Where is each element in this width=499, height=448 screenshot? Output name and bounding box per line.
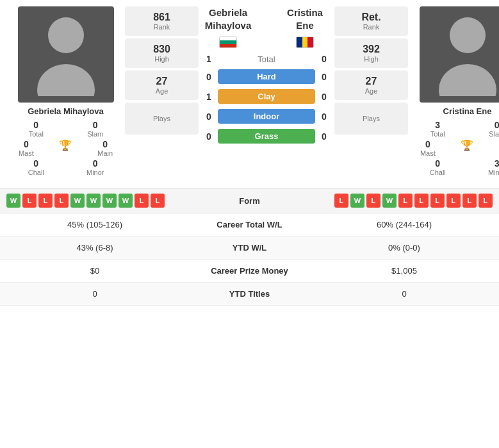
form-badge: W	[6, 194, 20, 208]
player1-stat-row1: 0 Total 0 Slam	[6, 120, 125, 138]
total-label: Total	[215, 54, 318, 64]
form-label: Form	[201, 196, 299, 206]
form-badge: L	[334, 194, 348, 208]
player2-slam: 0 Slam	[481, 120, 499, 138]
form-badge: L	[414, 194, 429, 208]
match-indoor-row: 0 Indoor 0	[202, 107, 331, 126]
player1-slam: 0 Slam	[79, 120, 111, 138]
p2-hard-score: 0	[318, 72, 331, 82]
p1-indoor-score: 0	[202, 112, 215, 122]
form-badge: W	[119, 194, 133, 208]
match-total-row: 1 Total 0	[202, 52, 331, 66]
trophy-icon-left: 🏆	[59, 139, 72, 151]
stats-right: 0	[316, 289, 493, 299]
match-grass-row: 0 Grass 0	[202, 127, 331, 145]
player2-chall: 0 Chall	[421, 158, 454, 176]
player1-info-col: 861 Rank 830 High 27 Age Plays	[125, 6, 199, 135]
svg-point-1	[37, 64, 95, 96]
form-badge: L	[135, 194, 149, 208]
form-badge: L	[151, 194, 165, 208]
player1-high-box: 830 High	[125, 38, 199, 68]
match-center: Gebriela Mihaylova Cristina Ene	[202, 6, 331, 145]
form-badge: W	[70, 194, 85, 208]
form-badge: L	[430, 194, 445, 208]
stats-center-label: YTD W/L	[183, 243, 316, 253]
player2-age-box: 27 Age	[334, 71, 408, 100]
stats-center-label: Career Total W/L	[183, 220, 316, 229]
player2-stat-row1: 3 Total 0 Slam	[408, 120, 499, 138]
player1-header: Gebriela Mihaylova	[202, 6, 254, 31]
stats-right: 60% (244-164)	[316, 220, 493, 229]
player1-chall: 0 Chall	[20, 158, 52, 176]
p2-total-score: 0	[318, 54, 331, 64]
player2-stats: 3 Total 0 Slam 0 Mast 🏆	[408, 120, 499, 176]
svg-point-0	[48, 17, 84, 53]
player1-rank-box: 861 Rank	[125, 6, 199, 36]
player1-plays-box: Plays	[125, 103, 199, 135]
player2-form-badges: LWLWLLLLLL	[298, 194, 493, 208]
form-badge: L	[479, 194, 493, 208]
form-badge: L	[54, 194, 69, 208]
player2-minor: 3 Minor	[481, 158, 499, 176]
form-badge: W	[86, 194, 101, 208]
player1-avatar	[18, 6, 114, 103]
form-badge: W	[350, 194, 364, 208]
indoor-badge: Indoor	[218, 109, 315, 124]
p2-clay-score: 0	[318, 92, 331, 102]
p1-clay-score: 1	[202, 92, 215, 102]
bottom-section: WLLLWWWWLL Form LWLWLLLLLL 45% (105-126)…	[0, 188, 499, 306]
player2-mast: 0 Mast	[412, 139, 444, 157]
player2-stat-row2: 0 Mast 🏆 0 Main	[408, 139, 499, 157]
stats-left: $0	[6, 266, 183, 276]
form-badge: L	[398, 194, 413, 208]
player1-stat-row2: 0 Mast 🏆 0 Main	[6, 139, 125, 157]
player1-minor: 0 Minor	[79, 158, 111, 176]
trophy-icon-right: 🏆	[461, 139, 473, 151]
form-badge: L	[446, 194, 461, 208]
form-badge: W	[382, 194, 397, 208]
stats-left: 0	[6, 289, 183, 299]
stats-container: 45% (105-126)Career Total W/L60% (244-16…	[0, 213, 499, 306]
player2-plays-box: Plays	[334, 103, 408, 135]
player1-trophy: 🏆	[49, 139, 81, 157]
player1-mast: 0 Mast	[10, 139, 42, 157]
clay-badge: Clay	[218, 89, 315, 104]
match-clay-row: 1 Clay 0	[202, 87, 331, 106]
stats-right: 0% (0-0)	[316, 243, 493, 253]
stats-center-label: Career Prize Money	[183, 266, 316, 276]
grass-badge: Grass	[218, 129, 315, 144]
player1-flag	[219, 37, 237, 48]
player2-rank-box: Ret. Rank	[334, 6, 408, 36]
form-badge: L	[462, 194, 477, 208]
player2-main: 0 Main	[491, 139, 499, 157]
player2-trophy: 🏆	[451, 139, 483, 157]
stats-row: $0Career Prize Money$1,005	[0, 260, 499, 283]
player2-info-col: Ret. Rank 392 High 27 Age Plays	[334, 6, 408, 135]
form-badge: L	[38, 194, 53, 208]
player2-card: Cristina Ene 3 Total 0 Slam 0 Mast	[408, 6, 499, 176]
svg-point-2	[450, 17, 486, 53]
player1-main: 0 Main	[89, 139, 121, 157]
player1-form-badges: WLLLWWWWLL	[6, 194, 201, 208]
player2-flag	[296, 37, 314, 48]
player2-high-box: 392 High	[334, 38, 408, 68]
p1-hard-score: 0	[202, 72, 215, 82]
svg-point-3	[439, 64, 496, 96]
top-section: Gebriela Mihaylova 0 Total 0 Slam 0 Mas	[0, 0, 499, 183]
p1-total-score: 1	[202, 54, 215, 64]
player2-stat-row3: 0 Chall 3 Minor	[408, 158, 499, 176]
player1-age-box: 27 Age	[125, 71, 199, 100]
player1-stat-row3: 0 Chall 0 Minor	[6, 158, 125, 176]
middle-panel: 861 Rank 830 High 27 Age Plays Gebri	[125, 6, 408, 176]
player2-header: Cristina Ene	[279, 6, 331, 31]
player2-name: Cristina Ene	[443, 106, 492, 116]
stats-center-label: YTD Titles	[183, 289, 316, 299]
player1-card: Gebriela Mihaylova 0 Total 0 Slam 0 Mas	[6, 6, 125, 176]
form-row: WLLLWWWWLL Form LWLWLLLLLL	[0, 188, 499, 213]
player2-total: 3 Total	[421, 120, 454, 138]
p2-grass-score: 0	[318, 131, 331, 142]
match-hard-row: 0 Hard 0	[202, 67, 331, 86]
form-badge: L	[366, 194, 380, 208]
main-container: Gebriela Mihaylova 0 Total 0 Slam 0 Mas	[0, 0, 499, 306]
form-badge: L	[22, 194, 37, 208]
